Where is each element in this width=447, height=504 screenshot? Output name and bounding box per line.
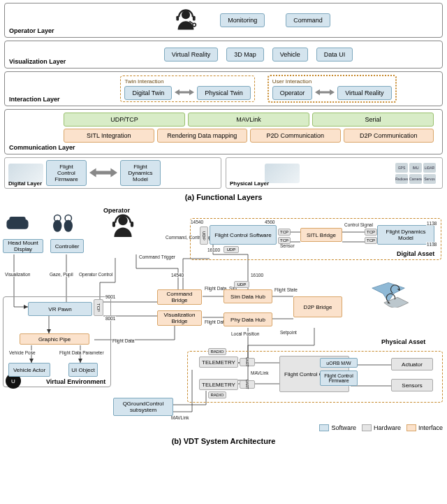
p14540-lbl: 14540 bbox=[190, 219, 204, 224]
legend-software: Software bbox=[319, 424, 356, 431]
svg-point-3 bbox=[193, 23, 196, 27]
fcs-tcp2-port: TCP bbox=[278, 237, 291, 244]
fd-lbl: Flight Data bbox=[112, 338, 135, 343]
visualization-layer-label: Visualization Layer bbox=[9, 58, 66, 65]
vehicle-box: Vehicle bbox=[272, 48, 308, 62]
digital-layer: Digital Layer Flight Control Firmware Fl… bbox=[4, 157, 221, 189]
fdm-box: Flight Dynamics Model bbox=[120, 160, 161, 186]
vehicle-actor-node: Vehicle Actor bbox=[8, 363, 50, 377]
svg-marker-6 bbox=[315, 89, 335, 95]
svg-rect-34 bbox=[112, 222, 115, 227]
fcs-tcp-port: TCP bbox=[278, 229, 291, 236]
physical-layer-label: Physical Layer bbox=[230, 180, 269, 187]
digital-layer-label: Digital Layer bbox=[8, 180, 42, 187]
ui-obj-node: UI Object bbox=[68, 363, 98, 377]
sensors-node: Sensors bbox=[391, 379, 433, 391]
tel-uart2: UART bbox=[240, 380, 255, 389]
monitoring-box: Monitoring bbox=[220, 13, 265, 27]
interaction-layer: Interaction Layer Twin Interaction Digit… bbox=[4, 71, 443, 106]
fdm-tcp2-port: TCP bbox=[365, 237, 377, 244]
operator-box: Operator bbox=[272, 86, 313, 100]
cmd-bridge-node: Command Bridge bbox=[157, 289, 202, 305]
telemetry1-node: TELEMETRY bbox=[199, 357, 238, 368]
lp-lbl: Local Position bbox=[230, 331, 260, 336]
bidir-arrow-icon bbox=[89, 167, 117, 180]
svg-rect-28 bbox=[9, 217, 25, 221]
operator-label: Operator bbox=[103, 207, 130, 214]
svg-marker-7 bbox=[89, 168, 117, 177]
physical-layer: Physical Layer GPS IMU LiDAR Radioes Cam… bbox=[226, 157, 443, 189]
camera-sensor-icon: Camera bbox=[409, 174, 422, 184]
radio-sensor-icon: Radioes bbox=[395, 174, 408, 184]
interaction-layer-label: Interaction Layer bbox=[9, 96, 60, 103]
p8001-lbl: 8001 bbox=[105, 316, 116, 321]
controller-node: Controller bbox=[50, 239, 84, 253]
imu-sensor-icon: IMU bbox=[409, 163, 422, 173]
sitl-node: SITL Bridge bbox=[300, 228, 342, 242]
ve-lbl: Virtual Environment bbox=[46, 378, 105, 385]
vr-box: Virtual Reality bbox=[164, 48, 218, 62]
caption-a: (a) Functional Layers bbox=[0, 190, 447, 206]
graphicpipe-node: Graphic Pipe bbox=[20, 333, 89, 345]
legend-hardware: Hardware bbox=[362, 424, 401, 431]
tel-radio1: RADIO bbox=[208, 348, 226, 355]
p1138a-lbl: 1138 bbox=[426, 221, 437, 226]
servo-sensor-icon: Servos bbox=[423, 174, 436, 184]
svg-rect-35 bbox=[131, 222, 133, 227]
caption-b: (b) VDT System Architecture bbox=[0, 433, 447, 449]
svg-point-33 bbox=[118, 216, 127, 225]
viz-lbl: Visualization bbox=[4, 272, 31, 277]
tel-radio2: RADIO bbox=[208, 391, 226, 398]
p4560-lbl: 4560 bbox=[264, 219, 275, 224]
fcf-box: Flight Control Firmware bbox=[46, 160, 87, 186]
bidir-arrow-icon bbox=[175, 88, 194, 98]
user-interaction-group: User Interaction Operator Virtual Realit… bbox=[268, 75, 397, 103]
user-interaction-title: User Interaction bbox=[272, 78, 392, 85]
p1138b-lbl: 1138 bbox=[426, 242, 437, 247]
sim-udp-port: UDP bbox=[234, 281, 249, 288]
twin-interaction-title: Twin Interaction bbox=[124, 78, 250, 85]
hmd-node: Head Mount Display bbox=[3, 239, 43, 253]
p9001-lbl: 9001 bbox=[105, 294, 116, 299]
cmdtrig-lbl: Command Trigger bbox=[138, 254, 176, 259]
svg-marker-5 bbox=[175, 89, 194, 95]
gaze-lbl: Gaze, Pupil bbox=[49, 272, 74, 277]
p2d-box: P2D Communication bbox=[250, 129, 341, 143]
svg-point-0 bbox=[182, 10, 190, 19]
pa-lbl: Physical Asset bbox=[381, 338, 425, 345]
map3d-box: 3D Map bbox=[226, 48, 264, 62]
mav-lbl2: MAVLink bbox=[170, 415, 190, 420]
rendering-map-box: Rendering Data mapping bbox=[157, 129, 248, 143]
gps-sensor-icon: GPS bbox=[395, 163, 408, 173]
d2p-box: D2P Communication bbox=[344, 129, 434, 143]
vr-box2: Virtual Reality bbox=[337, 86, 391, 100]
twin-interaction-group: Twin Interaction Digital Twin Physical T… bbox=[120, 75, 254, 102]
uav-digital-icon bbox=[367, 274, 410, 309]
uorb-node: uORB M/W bbox=[320, 358, 358, 368]
system-architecture-panel: Visualization Gaze, Pupil Operator Contr… bbox=[0, 206, 447, 433]
vrpawn-node: VR Pawn bbox=[28, 302, 92, 316]
phy-hub-node: Phy Data Hub bbox=[224, 312, 272, 326]
tcp-port-9001: TCP bbox=[94, 299, 103, 316]
svg-rect-1 bbox=[177, 16, 179, 21]
visualization-layer: Visualization Layer Virtual Reality 3D M… bbox=[4, 41, 443, 69]
operator-icon bbox=[173, 6, 199, 34]
fcfb-node: Flight Control Firmware bbox=[320, 370, 358, 386]
serial-box: Serial bbox=[312, 113, 434, 127]
sitl-int-box: SITL Integration bbox=[64, 129, 154, 143]
legend: Software Hardware Interface bbox=[319, 424, 443, 431]
tel-uart1: UART bbox=[240, 358, 255, 366]
sensor-icons-grid: GPS IMU LiDAR Radioes Camera Servos bbox=[395, 163, 436, 184]
digital-twin-box: Digital Twin bbox=[124, 86, 172, 100]
udptcp-box: UDP/TCP bbox=[64, 113, 185, 127]
telemetry2-node: TELEMETRY bbox=[199, 379, 238, 390]
physical-twin-box: Physical Twin bbox=[197, 86, 250, 100]
lidar-sensor-icon: LiDAR bbox=[423, 163, 436, 173]
mavlink-box: MAVLink bbox=[188, 113, 309, 127]
dataui-box: Data UI bbox=[316, 48, 353, 62]
uav-photo-icon bbox=[265, 164, 300, 183]
opctrl-lbl: Operator Control bbox=[78, 272, 113, 277]
legend-interface: Interface bbox=[406, 424, 443, 431]
fcs-node: Flight Control Software bbox=[210, 225, 277, 245]
communication-layer: Communication Layer UDP/TCP MAVLink Seri… bbox=[4, 109, 443, 154]
